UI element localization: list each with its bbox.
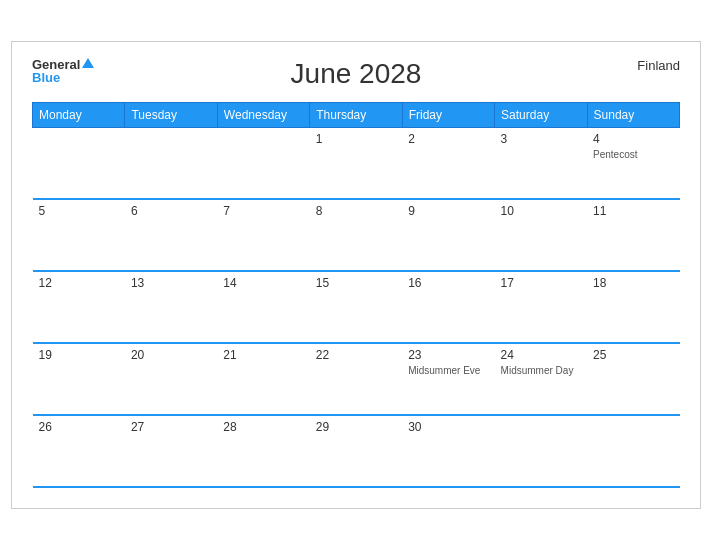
calendar-cell: 12 — [33, 271, 125, 343]
day-number: 6 — [131, 204, 211, 218]
logo-general-text: General — [32, 58, 80, 71]
weekday-header-row: MondayTuesdayWednesdayThursdayFridaySatu… — [33, 102, 680, 127]
calendar-cell: 16 — [402, 271, 494, 343]
logo-triangle-icon — [82, 58, 94, 68]
day-number: 26 — [39, 420, 119, 434]
weekday-header-thursday: Thursday — [310, 102, 402, 127]
logo: General Blue — [32, 58, 94, 84]
calendar-container: General Blue June 2028 Finland MondayTue… — [11, 41, 701, 510]
calendar-cell: 28 — [217, 415, 309, 487]
day-number: 17 — [501, 276, 581, 290]
calendar-header: General Blue June 2028 Finland — [32, 58, 680, 90]
calendar-cell: 20 — [125, 343, 217, 415]
week-row-5: 2627282930 — [33, 415, 680, 487]
calendar-cell — [125, 127, 217, 199]
day-number: 27 — [131, 420, 211, 434]
calendar-cell: 29 — [310, 415, 402, 487]
day-number: 1 — [316, 132, 396, 146]
calendar-cell: 26 — [33, 415, 125, 487]
calendar-cell: 6 — [125, 199, 217, 271]
day-number: 16 — [408, 276, 488, 290]
calendar-cell: 25 — [587, 343, 679, 415]
event-label: Pentecost — [593, 148, 673, 161]
day-number: 20 — [131, 348, 211, 362]
day-number: 14 — [223, 276, 303, 290]
logo-blue-text: Blue — [32, 71, 94, 84]
day-number: 22 — [316, 348, 396, 362]
calendar-cell: 19 — [33, 343, 125, 415]
day-number: 28 — [223, 420, 303, 434]
day-number: 13 — [131, 276, 211, 290]
event-label: Midsummer Eve — [408, 364, 488, 377]
day-number: 15 — [316, 276, 396, 290]
day-number: 25 — [593, 348, 673, 362]
event-label: Midsummer Day — [501, 364, 581, 377]
weekday-header-wednesday: Wednesday — [217, 102, 309, 127]
week-row-1: 1234Pentecost — [33, 127, 680, 199]
weekday-header-tuesday: Tuesday — [125, 102, 217, 127]
day-number: 29 — [316, 420, 396, 434]
day-number: 9 — [408, 204, 488, 218]
calendar-title: June 2028 — [291, 58, 422, 90]
calendar-cell: 21 — [217, 343, 309, 415]
country-label: Finland — [637, 58, 680, 73]
weekday-header-friday: Friday — [402, 102, 494, 127]
day-number: 11 — [593, 204, 673, 218]
calendar-cell: 8 — [310, 199, 402, 271]
calendar-cell: 11 — [587, 199, 679, 271]
calendar-cell: 17 — [495, 271, 587, 343]
day-number: 8 — [316, 204, 396, 218]
calendar-cell — [587, 415, 679, 487]
day-number: 10 — [501, 204, 581, 218]
calendar-cell: 1 — [310, 127, 402, 199]
day-number: 3 — [501, 132, 581, 146]
weekday-header-monday: Monday — [33, 102, 125, 127]
calendar-cell: 7 — [217, 199, 309, 271]
calendar-cell: 24Midsummer Day — [495, 343, 587, 415]
day-number: 12 — [39, 276, 119, 290]
calendar-cell: 27 — [125, 415, 217, 487]
calendar-cell: 2 — [402, 127, 494, 199]
weekday-header-saturday: Saturday — [495, 102, 587, 127]
calendar-table: MondayTuesdayWednesdayThursdayFridaySatu… — [32, 102, 680, 489]
calendar-cell: 5 — [33, 199, 125, 271]
calendar-cell — [495, 415, 587, 487]
calendar-cell: 30 — [402, 415, 494, 487]
calendar-cell: 18 — [587, 271, 679, 343]
calendar-cell: 15 — [310, 271, 402, 343]
week-row-2: 567891011 — [33, 199, 680, 271]
calendar-cell — [33, 127, 125, 199]
week-row-4: 1920212223Midsummer Eve24Midsummer Day25 — [33, 343, 680, 415]
week-row-3: 12131415161718 — [33, 271, 680, 343]
day-number: 2 — [408, 132, 488, 146]
calendar-cell: 13 — [125, 271, 217, 343]
calendar-cell: 22 — [310, 343, 402, 415]
day-number: 30 — [408, 420, 488, 434]
day-number: 7 — [223, 204, 303, 218]
calendar-cell — [217, 127, 309, 199]
weekday-header-sunday: Sunday — [587, 102, 679, 127]
day-number: 4 — [593, 132, 673, 146]
day-number: 24 — [501, 348, 581, 362]
day-number: 23 — [408, 348, 488, 362]
day-number: 19 — [39, 348, 119, 362]
calendar-cell: 3 — [495, 127, 587, 199]
calendar-cell: 10 — [495, 199, 587, 271]
calendar-cell: 9 — [402, 199, 494, 271]
day-number: 5 — [39, 204, 119, 218]
calendar-cell: 23Midsummer Eve — [402, 343, 494, 415]
day-number: 21 — [223, 348, 303, 362]
calendar-cell: 14 — [217, 271, 309, 343]
calendar-cell: 4Pentecost — [587, 127, 679, 199]
day-number: 18 — [593, 276, 673, 290]
